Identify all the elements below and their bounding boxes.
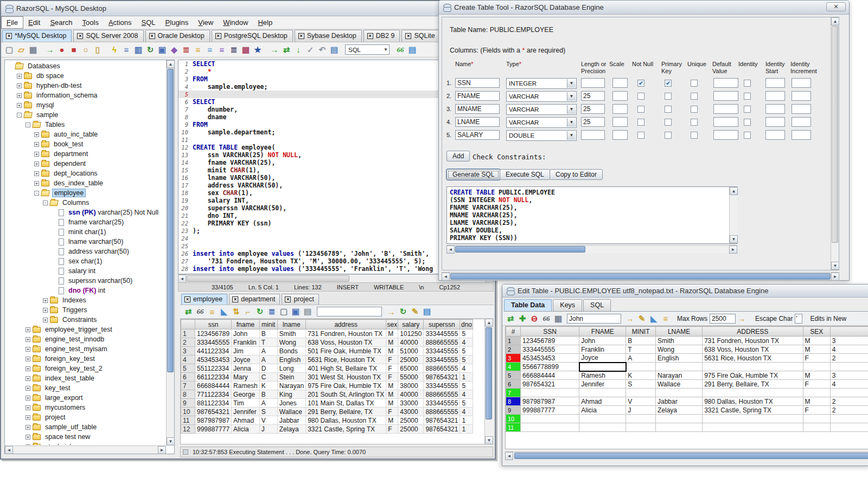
edit-table-cell[interactable] bbox=[703, 363, 803, 371]
tree-item-foreign_key_test[interactable]: +foreign_key_test bbox=[6, 354, 165, 364]
results-row[interactable]: 7666884444RameshKNarayan975 Fire Oak, Hu… bbox=[181, 382, 473, 390]
edit-table-cell[interactable]: Franklin bbox=[579, 345, 626, 354]
length-precision-input[interactable]: 25 bbox=[581, 91, 605, 101]
results-tab-project[interactable]: ✕project bbox=[282, 294, 319, 305]
edit-table-row[interactable]: 6987654321JenniferSWallace291 Berry, Bel… bbox=[506, 380, 868, 389]
results-cell[interactable]: 5 bbox=[460, 356, 473, 364]
results-cell[interactable]: Wong bbox=[277, 338, 305, 347]
default-value-input[interactable] bbox=[713, 91, 738, 101]
expand-icon[interactable]: + bbox=[25, 357, 30, 361]
edit-table-cell[interactable]: K bbox=[626, 371, 656, 380]
close-tab-icon[interactable]: ✕ bbox=[149, 33, 155, 39]
not-null-checkbox[interactable]: ✔ bbox=[637, 80, 644, 87]
results-column-header[interactable]: sex bbox=[386, 320, 398, 330]
row-number-cell[interactable]: 5 bbox=[506, 371, 521, 380]
connection-tab--mysql-desktop[interactable]: ✕*MySQL Desktop bbox=[2, 30, 72, 42]
menu-actions[interactable]: Actions bbox=[104, 17, 137, 28]
results-cell[interactable]: 65000 bbox=[398, 364, 424, 373]
results-cell[interactable]: Ramesh bbox=[232, 382, 260, 390]
chevron-down-icon[interactable]: ▼ bbox=[567, 105, 576, 114]
results-cell[interactable]: 881122334 bbox=[195, 399, 232, 408]
results-row[interactable]: 11987987987AhmadVJabbar980 Dallas, Houst… bbox=[181, 416, 473, 425]
tree-item-employee[interactable]: -employee bbox=[6, 188, 165, 198]
filter-icon[interactable]: ≡ bbox=[660, 313, 672, 324]
scroll-right-icon[interactable]: ► bbox=[831, 273, 839, 281]
edit-table-cell[interactable]: M bbox=[803, 337, 830, 345]
sql-vertical-scrollbar[interactable]: ▲ ▼ bbox=[729, 187, 737, 243]
expand-icon[interactable]: + bbox=[25, 337, 30, 342]
results-cell[interactable]: 1 bbox=[460, 416, 473, 425]
results-cell[interactable]: 333445555 bbox=[424, 356, 460, 364]
edit-table-cell[interactable]: 453453453 bbox=[521, 354, 579, 363]
results-cell[interactable]: F bbox=[386, 425, 398, 434]
editing-cell[interactable] bbox=[579, 363, 626, 371]
row-number-cell[interactable]: 9 bbox=[506, 406, 521, 415]
row-number-cell[interactable]: 3 bbox=[506, 354, 521, 363]
edit-table-cell[interactable]: Ramesh bbox=[579, 371, 626, 380]
tree-item-sample[interactable]: -sample bbox=[6, 110, 165, 120]
identity-checkbox[interactable] bbox=[744, 119, 751, 126]
edit-table-cell[interactable]: 2 bbox=[830, 397, 868, 406]
results-cell[interactable]: 5 bbox=[460, 330, 473, 338]
results-cell[interactable]: Franklin bbox=[232, 338, 260, 347]
menu-view[interactable]: View bbox=[193, 17, 218, 28]
results-column-header[interactable]: minit bbox=[259, 320, 277, 330]
results-cell[interactable]: A bbox=[259, 399, 277, 408]
edit-table-cell[interactable]: Ahmad bbox=[579, 397, 626, 406]
results-cell[interactable]: D bbox=[259, 364, 277, 373]
edit-table-cell[interactable]: 333445555 bbox=[521, 345, 579, 354]
edit-table-cell[interactable] bbox=[655, 363, 702, 371]
chevron-down-icon[interactable]: ▼ bbox=[567, 118, 576, 127]
results-grid[interactable]: ssnfnameminitlnameaddresssexsalarysupers… bbox=[181, 319, 473, 434]
eraser-icon[interactable]: ◣ bbox=[648, 313, 660, 324]
delete-row-icon[interactable]: ⊖ bbox=[528, 313, 540, 324]
expand-icon[interactable]: + bbox=[34, 171, 39, 176]
scale-input[interactable] bbox=[612, 117, 628, 127]
tree-item-dept_locations[interactable]: +dept_locations bbox=[6, 169, 165, 178]
edit-column-header[interactable]: FNAME bbox=[579, 327, 626, 337]
edit-search-input[interactable]: John bbox=[567, 314, 621, 324]
results-cell[interactable]: King bbox=[277, 390, 305, 399]
scroll-down-icon[interactable]: ▼ bbox=[730, 235, 738, 243]
tree-item-tables[interactable]: -Tables bbox=[6, 120, 165, 130]
results-cell[interactable]: 333445555 bbox=[424, 330, 460, 338]
results-cell[interactable]: 987654321 bbox=[424, 425, 460, 434]
edit-column-header[interactable]: LNAME bbox=[655, 327, 702, 337]
edit-table-cell[interactable] bbox=[626, 363, 656, 371]
results-cell[interactable]: 101 Main St, Dallas TX bbox=[306, 399, 386, 408]
sort-center-icon[interactable]: ≡ bbox=[204, 44, 216, 55]
edit-table-cell[interactable]: Narayan bbox=[655, 371, 702, 380]
checklist-icon[interactable]: ≡ bbox=[120, 44, 132, 55]
row-number-cell[interactable]: 1 bbox=[506, 337, 521, 345]
results-vertical-scrollbar[interactable]: ▲ ▼ bbox=[484, 319, 493, 444]
collapse-icon[interactable]: - bbox=[17, 113, 22, 118]
results-column-header[interactable] bbox=[181, 320, 195, 330]
identity-increment-input[interactable] bbox=[792, 130, 811, 140]
results-cell[interactable]: 201 South St, Arlington TX bbox=[306, 390, 386, 399]
not-null-checkbox[interactable] bbox=[637, 106, 644, 113]
connection-tab-postgresql-desktop[interactable]: ✕PostgreSQL Desktop bbox=[212, 30, 293, 42]
tree-item-space-test-new[interactable]: +space test new bbox=[6, 432, 165, 442]
results-cell[interactable]: M bbox=[386, 338, 398, 347]
scroll-left-icon[interactable]: ◄ bbox=[5, 446, 13, 454]
edit-table-cell[interactable] bbox=[626, 415, 656, 423]
edit-table-row[interactable]: 8987987987AhmadVJabbar980 Dallas, Housto… bbox=[506, 397, 868, 406]
results-cell[interactable]: George bbox=[232, 390, 260, 399]
edit-table-cell[interactable] bbox=[803, 423, 830, 432]
results-cell[interactable]: Jim bbox=[232, 347, 260, 356]
expand-icon[interactable]: + bbox=[17, 103, 22, 108]
row-number-cell[interactable]: 12 bbox=[181, 425, 195, 434]
results-cell[interactable]: Jones bbox=[277, 399, 305, 408]
edit-table-cell[interactable] bbox=[579, 415, 626, 423]
main-title-bar[interactable]: RazorSQL - MySQL Desktop bbox=[1, 1, 495, 16]
edit-table-cell[interactable]: Jennifer bbox=[579, 380, 626, 389]
edit-column-header[interactable]: SSN bbox=[521, 327, 579, 337]
results-cell[interactable]: 987654321 bbox=[195, 408, 232, 416]
edit-table-cell[interactable]: B bbox=[626, 337, 656, 345]
column-type-select[interactable]: VARCHAR▼ bbox=[506, 91, 577, 102]
results-cell[interactable]: M bbox=[386, 382, 398, 390]
edit-table-cell[interactable]: A bbox=[626, 354, 656, 363]
edit-table-cell[interactable]: Wong bbox=[655, 345, 702, 354]
identity-checkbox[interactable] bbox=[744, 132, 751, 139]
scroll-left-icon[interactable]: ◄ bbox=[446, 246, 455, 254]
